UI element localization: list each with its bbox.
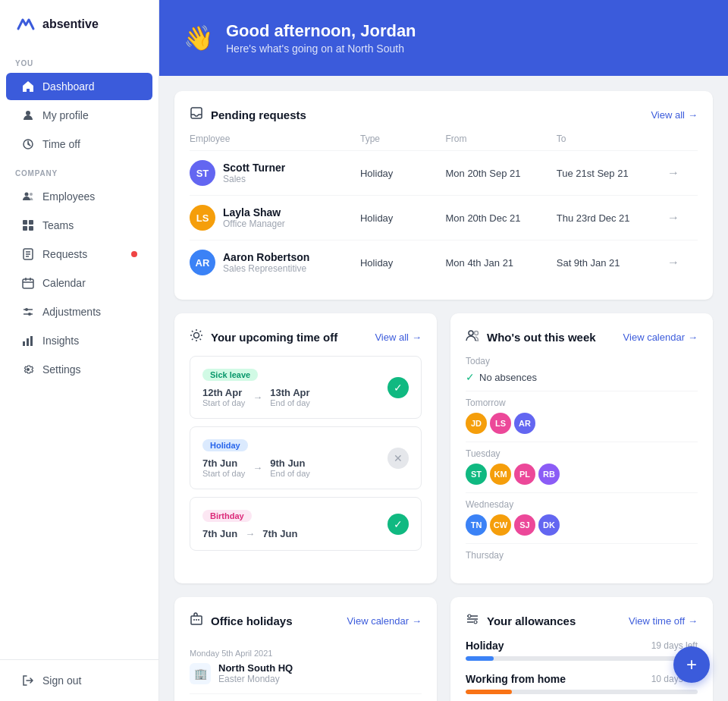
holiday-name-0: North South HQ <box>218 662 293 674</box>
svg-rect-5 <box>29 220 33 225</box>
sidebar-item-calendar[interactable]: Calendar <box>6 269 152 297</box>
type-2: Holiday <box>360 257 446 269</box>
avatar-sm: CW <box>490 514 511 536</box>
table-row: ST Scott Turner Sales Holiday Mon 20th S… <box>190 151 698 196</box>
time-off-item-0: Sick leave 12th Apr Start of day → 13th … <box>190 356 422 419</box>
office-holidays-header: Office holidays View calendar → <box>190 612 422 629</box>
arrow-dates-0: → <box>253 391 262 403</box>
home-icon <box>21 80 35 93</box>
emp-name-0: Scott Turner <box>223 162 285 174</box>
svg-point-24 <box>194 333 199 338</box>
wednesday-avatars: TN CW SJ DK <box>466 514 698 536</box>
sidebar-item-time-off[interactable]: Time off <box>6 130 152 158</box>
arrow-icon: → <box>688 332 698 343</box>
requests-icon <box>21 247 35 261</box>
emp-name-2: Aaron Robertson <box>223 251 309 263</box>
avatar-1: LS <box>190 205 215 231</box>
time-off-dates-1: 7th Jun Start of day → 9th Jun End of da… <box>202 457 310 478</box>
allowances-title: Your allowances <box>487 615 576 627</box>
to-0: Tue 21st Sep 21 <box>557 168 667 179</box>
holiday-item-0: Monday 5th April 2021 🏢 North South HQ E… <box>190 640 422 694</box>
signout-icon <box>21 674 35 687</box>
pending-requests-view-all[interactable]: View all → <box>651 109 698 121</box>
no-absences: ✓ No absences <box>466 371 698 383</box>
emp-info-0: Scott Turner Sales <box>223 162 285 184</box>
tomorrow-label: Tomorrow <box>466 398 698 408</box>
progress-bg-0 <box>466 656 698 661</box>
holiday-info-0: North South HQ Easter Monday <box>218 662 293 684</box>
date-from-2: 7th Jun <box>202 528 237 539</box>
row-arrow-0[interactable]: → <box>667 166 698 180</box>
holiday-item-1: Monday 3rd May 2021 🏢 North South HQ May… <box>190 694 422 701</box>
sidebar-item-dashboard[interactable]: Dashboard <box>6 73 152 100</box>
svg-point-2 <box>25 193 29 196</box>
people-icon <box>466 328 479 345</box>
upcoming-view-all[interactable]: View all → <box>375 332 422 343</box>
time-off-item-1: Holiday 7th Jun Start of day → 9th Jun E… <box>190 426 422 489</box>
sidebar-item-requests[interactable]: Requests <box>6 240 152 268</box>
svg-point-0 <box>26 111 30 115</box>
you-section-label: YOU <box>0 49 158 72</box>
svg-line-30 <box>200 339 202 341</box>
allowance-name-1: Working from home <box>466 673 566 685</box>
arrow-icon: → <box>688 615 698 627</box>
whos-out-tuesday: Tuesday ST KM PL RB <box>466 448 698 485</box>
main-content: 👋 Good afternoon, Jordan Here's what's g… <box>159 0 728 701</box>
avatar-sm: LS <box>490 413 511 434</box>
badge-birthday: Birthday <box>202 510 252 522</box>
sidebar-item-employees[interactable]: Employees <box>6 183 152 210</box>
calendar-icon <box>21 276 35 290</box>
banner-text: Good afternoon, Jordan Here's what's goi… <box>226 21 416 55</box>
avatar-sm: ST <box>466 464 487 485</box>
row-arrow-1[interactable]: → <box>667 211 698 225</box>
avatar-sm: RB <box>538 464 560 485</box>
svg-rect-23 <box>191 108 202 118</box>
office-holidays-view-calendar[interactable]: View calendar → <box>347 615 422 627</box>
svg-rect-6 <box>23 226 27 231</box>
svg-point-18 <box>25 308 28 311</box>
sidebar-item-teams[interactable]: Teams <box>6 212 152 239</box>
to-1: Thu 23rd Dec 21 <box>557 212 667 224</box>
time-off-left-0: Sick leave 12th Apr Start of day → 13th … <box>202 367 310 407</box>
svg-rect-4 <box>23 220 27 225</box>
pending-requests-title-row: Pending requests <box>190 106 306 123</box>
sidebar-item-my-profile[interactable]: My profile <box>6 102 152 129</box>
fab-button[interactable]: + <box>673 646 710 683</box>
sidebar-item-insights[interactable]: Insights <box>6 327 152 354</box>
divider <box>466 442 698 442</box>
from-2: Mon 4th Jan 21 <box>445 257 556 269</box>
sidebar-item-sign-out[interactable]: Sign out <box>6 667 152 694</box>
tomorrow-avatars: JD LS AR <box>466 413 698 434</box>
sidebar-item-adjustments[interactable]: Adjustments <box>6 298 152 325</box>
holiday-date-0: Monday 5th April 2021 <box>190 649 422 658</box>
whos-out-title: Who's out this week <box>487 331 596 344</box>
sidebar: absentive YOU Dashboard My profile Time … <box>0 0 159 701</box>
status-approved-2: ✓ <box>388 514 409 535</box>
pending-requests-header: Pending requests View all → <box>190 106 698 123</box>
allowance-header-0: Holiday 19 days left <box>466 640 698 652</box>
emp-info-2: Aaron Robertson Sales Representitive <box>223 251 309 274</box>
allowance-item-0: Holiday 19 days left <box>466 640 698 661</box>
upcoming-title-row: Your upcoming time off <box>190 328 337 345</box>
svg-rect-20 <box>23 341 25 346</box>
avatar-sm: PL <box>514 464 535 485</box>
avatar-sm: KM <box>490 464 511 485</box>
emp-role-1: Office Manager <box>223 218 285 229</box>
company-section-label: COMPANY <box>0 159 158 182</box>
allowances-view-time-off[interactable]: View time off → <box>629 615 698 627</box>
arrow-icon: → <box>412 332 422 343</box>
whos-out-view-calendar[interactable]: View calendar → <box>623 332 698 343</box>
avatar-sm: JD <box>466 413 487 434</box>
svg-rect-21 <box>27 338 29 346</box>
arrow-right-icon: → <box>688 109 698 121</box>
sidebar-bottom: Sign out <box>0 659 158 701</box>
sidebar-item-settings[interactable]: Settings <box>6 356 152 383</box>
profile-icon <box>21 108 35 122</box>
row-arrow-2[interactable]: → <box>667 256 698 269</box>
status-approved-0: ✓ <box>388 377 409 398</box>
insights-label: Insights <box>42 335 137 347</box>
allowance-name-0: Holiday <box>466 640 504 652</box>
badge-holiday: Holiday <box>202 439 248 451</box>
wave-icon: 👋 <box>184 24 214 52</box>
date-to-2: 7th Jun <box>262 528 297 539</box>
